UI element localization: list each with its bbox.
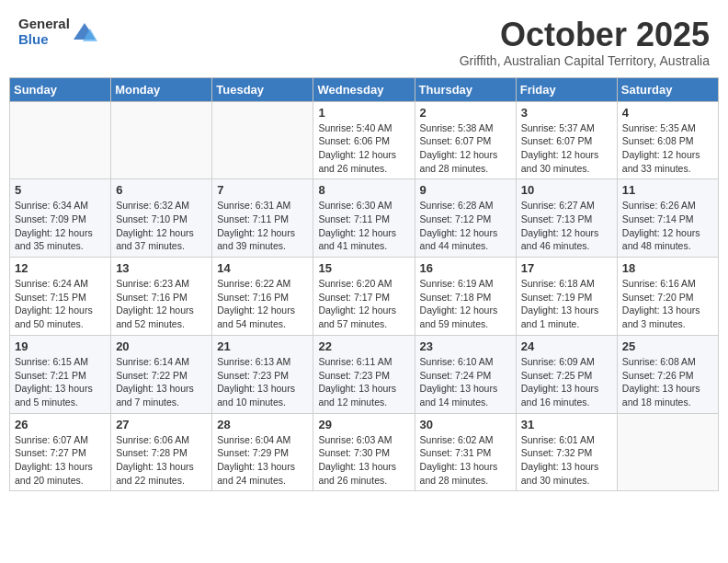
day-info: Sunrise: 6:32 AM Sunset: 7:10 PM Dayligh…: [116, 199, 207, 253]
day-info: Sunrise: 6:15 AM Sunset: 7:21 PM Dayligh…: [15, 355, 106, 409]
calendar-cell: 8Sunrise: 6:30 AM Sunset: 7:11 PM Daylig…: [313, 179, 415, 258]
day-info: Sunrise: 6:20 AM Sunset: 7:17 PM Dayligh…: [318, 277, 409, 331]
day-info: Sunrise: 6:27 AM Sunset: 7:13 PM Dayligh…: [521, 199, 612, 253]
weekday-header-monday: Monday: [111, 77, 212, 101]
day-number: 24: [521, 339, 612, 353]
calendar-table: SundayMondayTuesdayWednesdayThursdayFrid…: [9, 77, 719, 492]
location-subtitle: Griffith, Australian Capital Territory, …: [460, 53, 710, 68]
day-number: 6: [116, 183, 207, 197]
calendar-week-1: 1Sunrise: 5:40 AM Sunset: 6:06 PM Daylig…: [10, 101, 719, 179]
day-number: 9: [420, 183, 511, 197]
day-number: 18: [622, 261, 713, 275]
day-info: Sunrise: 6:19 AM Sunset: 7:18 PM Dayligh…: [420, 277, 511, 331]
day-info: Sunrise: 6:24 AM Sunset: 7:15 PM Dayligh…: [15, 277, 106, 331]
calendar-week-2: 5Sunrise: 6:34 AM Sunset: 7:09 PM Daylig…: [10, 179, 719, 258]
calendar-week-4: 19Sunrise: 6:15 AM Sunset: 7:21 PM Dayli…: [10, 335, 719, 413]
calendar-cell: 26Sunrise: 6:07 AM Sunset: 7:27 PM Dayli…: [10, 413, 111, 491]
calendar-week-5: 26Sunrise: 6:07 AM Sunset: 7:27 PM Dayli…: [10, 413, 719, 491]
calendar-cell: [111, 101, 212, 179]
day-info: Sunrise: 6:07 AM Sunset: 7:27 PM Dayligh…: [15, 433, 106, 488]
weekday-header-tuesday: Tuesday: [212, 77, 313, 101]
day-info: Sunrise: 6:18 AM Sunset: 7:19 PM Dayligh…: [521, 277, 612, 331]
calendar-cell: 28Sunrise: 6:04 AM Sunset: 7:29 PM Dayli…: [212, 413, 313, 491]
title-area: October 2025 Griffith, Australian Capita…: [460, 17, 710, 68]
calendar-cell: 4Sunrise: 5:35 AM Sunset: 6:08 PM Daylig…: [617, 101, 718, 179]
calendar-cell: 1Sunrise: 5:40 AM Sunset: 6:06 PM Daylig…: [313, 101, 415, 179]
weekday-header-saturday: Saturday: [617, 77, 718, 101]
day-number: 10: [521, 183, 612, 197]
logo-icon: [72, 19, 97, 45]
calendar-cell: 21Sunrise: 6:13 AM Sunset: 7:23 PM Dayli…: [212, 335, 313, 413]
day-number: 22: [318, 339, 409, 353]
day-info: Sunrise: 6:14 AM Sunset: 7:22 PM Dayligh…: [116, 355, 207, 409]
calendar-cell: 3Sunrise: 5:37 AM Sunset: 6:07 PM Daylig…: [516, 101, 617, 179]
calendar-cell: 25Sunrise: 6:08 AM Sunset: 7:26 PM Dayli…: [617, 335, 718, 413]
calendar-cell: 22Sunrise: 6:11 AM Sunset: 7:23 PM Dayli…: [313, 335, 415, 413]
day-number: 19: [15, 339, 106, 353]
day-info: Sunrise: 6:16 AM Sunset: 7:20 PM Dayligh…: [622, 277, 713, 331]
day-number: 25: [622, 339, 713, 353]
day-number: 14: [217, 261, 308, 275]
day-info: Sunrise: 6:31 AM Sunset: 7:11 PM Dayligh…: [217, 199, 308, 253]
calendar-cell: 18Sunrise: 6:16 AM Sunset: 7:20 PM Dayli…: [617, 258, 718, 336]
day-info: Sunrise: 6:26 AM Sunset: 7:14 PM Dayligh…: [622, 199, 713, 253]
day-info: Sunrise: 6:01 AM Sunset: 7:32 PM Dayligh…: [521, 433, 612, 488]
day-info: Sunrise: 6:04 AM Sunset: 7:29 PM Dayligh…: [217, 433, 308, 488]
calendar-cell: 9Sunrise: 6:28 AM Sunset: 7:12 PM Daylig…: [415, 179, 516, 258]
page-header: General Blue October 2025 Griffith, Aust…: [9, 9, 719, 72]
day-number: 2: [420, 106, 511, 120]
calendar-cell: 24Sunrise: 6:09 AM Sunset: 7:25 PM Dayli…: [516, 335, 617, 413]
calendar-cell: 17Sunrise: 6:18 AM Sunset: 7:19 PM Dayli…: [516, 258, 617, 336]
weekday-header-wednesday: Wednesday: [313, 77, 415, 101]
day-number: 29: [318, 418, 409, 431]
day-number: 1: [318, 106, 409, 120]
day-number: 5: [15, 183, 106, 197]
day-info: Sunrise: 6:13 AM Sunset: 7:23 PM Dayligh…: [217, 355, 308, 409]
calendar-cell: 29Sunrise: 6:03 AM Sunset: 7:30 PM Dayli…: [313, 413, 415, 491]
day-number: 7: [217, 183, 308, 197]
day-number: 28: [217, 418, 308, 431]
calendar-cell: 12Sunrise: 6:24 AM Sunset: 7:15 PM Dayli…: [10, 258, 111, 336]
day-info: Sunrise: 6:30 AM Sunset: 7:11 PM Dayligh…: [318, 199, 409, 253]
calendar-cell: 5Sunrise: 6:34 AM Sunset: 7:09 PM Daylig…: [10, 179, 111, 258]
day-info: Sunrise: 6:28 AM Sunset: 7:12 PM Dayligh…: [420, 199, 511, 253]
weekday-header-thursday: Thursday: [415, 77, 516, 101]
day-info: Sunrise: 6:22 AM Sunset: 7:16 PM Dayligh…: [217, 277, 308, 331]
day-number: 11: [622, 183, 713, 197]
day-info: Sunrise: 6:08 AM Sunset: 7:26 PM Dayligh…: [622, 355, 713, 409]
day-info: Sunrise: 6:10 AM Sunset: 7:24 PM Dayligh…: [420, 355, 511, 409]
day-number: 3: [521, 106, 612, 120]
calendar-cell: [212, 101, 313, 179]
calendar-cell: 11Sunrise: 6:26 AM Sunset: 7:14 PM Dayli…: [617, 179, 718, 258]
day-number: 4: [622, 106, 713, 120]
day-number: 30: [420, 418, 511, 431]
day-info: Sunrise: 6:34 AM Sunset: 7:09 PM Dayligh…: [15, 199, 106, 253]
month-title: October 2025: [460, 17, 710, 53]
logo-general-text: General: [18, 17, 70, 32]
day-info: Sunrise: 5:38 AM Sunset: 6:07 PM Dayligh…: [420, 121, 511, 176]
day-info: Sunrise: 5:40 AM Sunset: 6:06 PM Dayligh…: [318, 121, 409, 176]
calendar-cell: 27Sunrise: 6:06 AM Sunset: 7:28 PM Dayli…: [111, 413, 212, 491]
calendar-cell: 14Sunrise: 6:22 AM Sunset: 7:16 PM Dayli…: [212, 258, 313, 336]
calendar-cell: 30Sunrise: 6:02 AM Sunset: 7:31 PM Dayli…: [415, 413, 516, 491]
weekday-header-row: SundayMondayTuesdayWednesdayThursdayFrid…: [10, 77, 719, 101]
logo-blue-text: Blue: [18, 32, 70, 48]
calendar-week-3: 12Sunrise: 6:24 AM Sunset: 7:15 PM Dayli…: [10, 258, 719, 336]
day-number: 21: [217, 339, 308, 353]
day-info: Sunrise: 6:06 AM Sunset: 7:28 PM Dayligh…: [116, 433, 207, 488]
day-number: 12: [15, 261, 106, 275]
logo: General Blue: [18, 17, 97, 47]
day-number: 15: [318, 261, 409, 275]
weekday-header-friday: Friday: [516, 77, 617, 101]
day-number: 20: [116, 339, 207, 353]
day-info: Sunrise: 5:37 AM Sunset: 6:07 PM Dayligh…: [521, 121, 612, 176]
day-number: 27: [116, 418, 207, 431]
day-number: 31: [521, 418, 612, 431]
calendar-cell: 13Sunrise: 6:23 AM Sunset: 7:16 PM Dayli…: [111, 258, 212, 336]
day-number: 8: [318, 183, 409, 197]
calendar-cell: 16Sunrise: 6:19 AM Sunset: 7:18 PM Dayli…: [415, 258, 516, 336]
day-info: Sunrise: 6:09 AM Sunset: 7:25 PM Dayligh…: [521, 355, 612, 409]
calendar-cell: 15Sunrise: 6:20 AM Sunset: 7:17 PM Dayli…: [313, 258, 415, 336]
day-info: Sunrise: 6:02 AM Sunset: 7:31 PM Dayligh…: [420, 433, 511, 488]
day-number: 23: [420, 339, 511, 353]
